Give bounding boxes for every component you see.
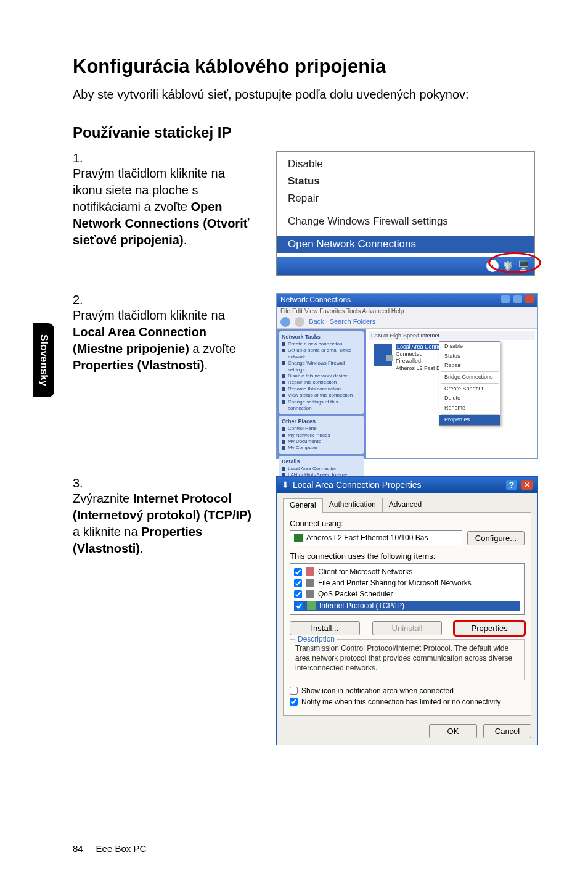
side-panel-link[interactable]: Change Windows Firewall settings [282,360,361,373]
connection-group-header: LAN or High-Speed Internet [369,331,535,340]
local-area-connection-item[interactable]: Local Area Connection Connected Firewall… [369,344,535,373]
system-tray: ‹ 🛡️ 🖥️ [277,257,534,275]
menu-item-status[interactable]: Status [277,173,534,190]
show-icon-label: Show icon in notification area when conn… [301,687,454,695]
window-toolbar[interactable]: Back · Search Folders [277,316,537,329]
item-client-checkbox[interactable] [294,568,302,576]
service-icon [306,590,314,598]
side-panel-link[interactable]: Disable this network device [282,373,361,379]
window-titlebar: Network Connections [277,294,537,307]
tray-network-icon[interactable]: 🖥️ [518,260,529,271]
network-tasks-panel: Network Tasks Create a new connectionSet… [279,331,364,414]
item-client-microsoft-networks[interactable]: Client for Microsoft Networks [294,567,520,576]
context-menu-item[interactable]: Properties [439,415,500,425]
context-menu-item[interactable]: Repair [439,361,500,371]
item-fps-label: File and Printer Sharing for Microsoft N… [318,579,472,587]
context-menu-item[interactable]: Disable [439,342,500,352]
menu-item-disable[interactable]: Disable [277,155,534,173]
item-qos-checkbox[interactable] [294,590,302,598]
show-icon-checkbox[interactable] [290,687,298,695]
window-title: Network Connections [280,295,351,305]
adapter-name: Atheros L2 Fast Ethernet 10/100 Bas [306,534,428,542]
description-legend: Description [295,635,337,643]
close-button[interactable]: × [521,480,533,490]
window-menubar[interactable]: File Edit View Favorites Tools Advanced … [277,307,537,316]
tab-authentication[interactable]: Authentication [322,498,383,512]
side-panel-link[interactable]: My Computer [282,445,361,451]
service-icon [306,579,314,587]
context-menu-item[interactable]: Rename [439,403,500,413]
menu-item-open-network-connections[interactable]: Open Network Connections [277,236,534,253]
side-panel-link[interactable]: Change settings of this connection [282,399,361,412]
explorer-main-pane: LAN or High-Speed Internet Local Area Co… [366,329,537,458]
notify-label: Notify me when this connection has limit… [301,698,501,706]
maximize-button[interactable] [513,295,522,303]
screenshot-context-menu-tray: Disable Status Repair Change Windows Fir… [276,151,535,276]
description-text: Transmission Control Protocol/Internet P… [295,643,519,674]
side-panel-link[interactable]: My Documents [282,439,361,445]
side-panel-link[interactable]: Set up a home or small office network [282,347,361,360]
page-number: 84 [73,843,83,854]
other-places-panel: Other Places Control PanelMy Network Pla… [279,416,364,454]
menu-separator [280,210,531,210]
side-panel-link[interactable]: View status of this connection [282,392,361,398]
step-2-row: 2. Pravým tlačidlom kliknite na Local Ar… [73,293,539,459]
dialog-title: Local Area Connection Properties [293,480,422,490]
cancel-button[interactable]: Cancel [483,724,531,738]
back-button-icon[interactable] [280,317,290,327]
notify-option[interactable]: Notify me when this connection has limit… [290,698,525,706]
configure-button[interactable]: Configure... [467,531,525,545]
items-label: This connection uses the following items… [290,551,525,561]
tray-expand-icon[interactable]: ‹ [486,260,499,272]
side-panel-link: Local Area Connection [282,466,361,472]
context-menu-item[interactable]: Create Shortcut [439,384,500,394]
tray-shield-icon[interactable]: 🛡️ [502,260,514,271]
step-2-number: 2. [73,293,90,307]
connection-icon [374,344,392,360]
tray-context-menu: Disable Status Repair Change Windows Fir… [277,152,534,257]
side-panel-link[interactable]: My Network Places [282,432,361,439]
step-3-row: 3. Zvýraznite Internet Protocol (Interne… [73,476,539,745]
intro-paragraph: Aby ste vytvorili káblovú sieť, postupuj… [73,86,539,103]
close-button[interactable] [525,295,534,303]
context-menu-item[interactable]: Bridge Connections [439,373,500,382]
item-internet-protocol-tcpip[interactable]: Internet Protocol (TCP/IP) [294,601,520,611]
show-icon-option[interactable]: Show icon in notification area when conn… [290,687,525,695]
item-fps-checkbox[interactable] [294,579,302,587]
adapter-field: Atheros L2 Fast Ethernet 10/100 Bas [290,530,462,545]
other-places-header: Other Places [282,418,361,424]
side-panel-link[interactable]: Rename this connection [282,386,361,392]
item-qos-scheduler[interactable]: QoS Packet Scheduler [294,590,520,598]
sub-heading: Používanie statickej IP [73,124,539,141]
tab-advanced[interactable]: Advanced [382,498,428,512]
minimize-button[interactable] [501,295,510,303]
context-menu-item[interactable]: Status [439,352,500,361]
explorer-side-pane: Network Tasks Create a new connectionSet… [277,329,366,458]
install-button[interactable]: Install... [290,621,360,635]
step-1-number: 1. [73,151,90,165]
description-group: Description Transmission Control Protoco… [290,639,525,680]
step-3-number: 3. [73,476,90,490]
ok-button[interactable]: OK [429,724,477,738]
network-tasks-header: Network Tasks [282,334,361,340]
connection-context-menu: DisableStatusRepairBridge ConnectionsCre… [439,341,500,426]
item-file-printer-sharing[interactable]: File and Printer Sharing for Microsoft N… [294,579,520,587]
menu-item-firewall[interactable]: Change Windows Firewall settings [277,213,534,230]
context-menu-item[interactable]: Delete [439,394,500,403]
tab-general[interactable]: General [283,498,323,513]
notify-checkbox[interactable] [290,698,298,706]
forward-button-icon[interactable] [295,317,304,327]
product-name: Eee Box PC [96,843,147,854]
side-panel-link[interactable]: Control Panel [282,426,361,432]
help-button[interactable]: ? [506,480,517,490]
page-heading: Konfigurácia káblového pripojenia [73,56,539,78]
properties-button[interactable]: Properties [454,621,525,635]
side-panel-link[interactable]: Create a new connection [282,341,361,347]
uninstall-button[interactable]: Uninstall [372,621,443,635]
item-client-label: Client for Microsoft Networks [318,567,412,576]
side-panel-link[interactable]: Repair this connection [282,379,361,386]
general-tab-panel: Connect using: Atheros L2 Fast Ethernet … [283,512,531,716]
menu-item-repair[interactable]: Repair [277,190,534,207]
language-side-tab-label: Slovensky [38,334,50,386]
item-tcpip-checkbox[interactable] [295,602,303,610]
